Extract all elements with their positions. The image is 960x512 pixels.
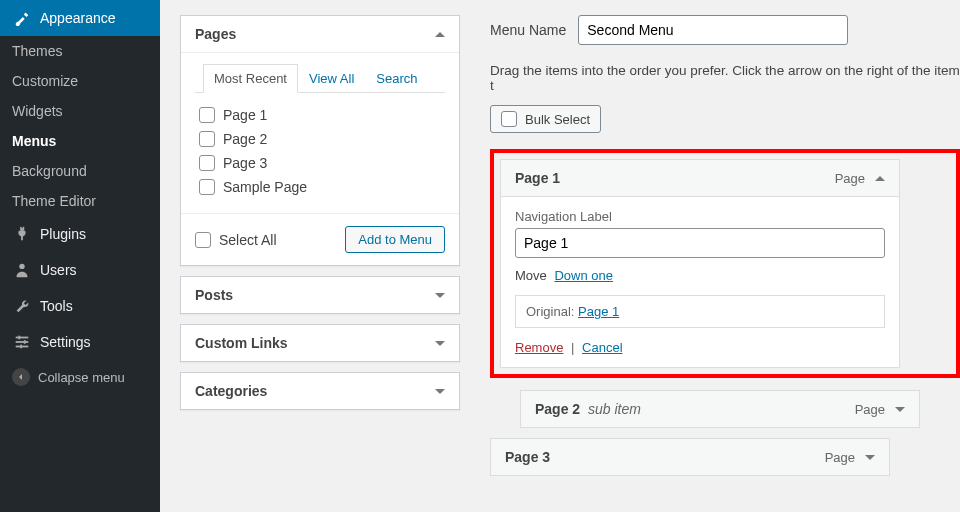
- menu-item-bar[interactable]: Page 2 sub item Page: [521, 391, 919, 427]
- custom-links-toggle[interactable]: Custom Links: [181, 325, 459, 361]
- remove-link[interactable]: Remove: [515, 340, 563, 355]
- page-label: Sample Page: [223, 179, 307, 195]
- menu-item-type: Page: [835, 171, 865, 186]
- nav-label-input[interactable]: [515, 228, 885, 258]
- menu-item-meta: Page: [825, 450, 875, 465]
- sidebar-label: Plugins: [40, 226, 86, 242]
- move-down-link[interactable]: Down one: [554, 268, 613, 283]
- chevron-up-icon: [435, 32, 445, 37]
- posts-metabox: Posts: [180, 276, 460, 314]
- sliders-icon: [12, 332, 32, 352]
- page-check-item[interactable]: Sample Page: [199, 175, 441, 199]
- svg-rect-0: [20, 227, 21, 231]
- page-check-item[interactable]: Page 1: [199, 103, 441, 127]
- menu-name-input[interactable]: [578, 15, 848, 45]
- sidebar-sub-customize[interactable]: Customize: [0, 66, 160, 96]
- checkbox[interactable]: [199, 131, 215, 147]
- page-check-item[interactable]: Page 3: [199, 151, 441, 175]
- plug-icon: [12, 224, 32, 244]
- original-box: Original: Page 1: [515, 295, 885, 328]
- collapse-label: Collapse menu: [38, 370, 125, 385]
- item-actions: Remove | Cancel: [515, 340, 885, 355]
- wrench-icon: [12, 296, 32, 316]
- sidebar-item-settings[interactable]: Settings: [0, 324, 160, 360]
- menu-item: Page 3 Page: [490, 438, 890, 476]
- pages-metabox-toggle[interactable]: Pages: [181, 16, 459, 53]
- page-check-item[interactable]: Page 2: [199, 127, 441, 151]
- nav-label-label: Navigation Label: [515, 209, 885, 224]
- bulk-select-button[interactable]: Bulk Select: [490, 105, 601, 133]
- chevron-down-icon: [435, 293, 445, 298]
- menu-item-subtext: sub item: [588, 401, 641, 417]
- menu-item-title-text: Page 2: [535, 401, 580, 417]
- pages-metabox: Pages Most Recent View All Search Page 1…: [180, 15, 460, 266]
- sidebar-sub-themes[interactable]: Themes: [0, 36, 160, 66]
- pages-checklist: Page 1 Page 2 Page 3 Sample Page: [195, 93, 445, 203]
- custom-links-metabox: Custom Links: [180, 324, 460, 362]
- chevron-down-icon: [435, 341, 445, 346]
- checkbox[interactable]: [199, 107, 215, 123]
- menu-item-settings: Navigation Label Move Down one Original:…: [501, 196, 899, 367]
- menu-item-title: Page 1: [515, 170, 560, 186]
- separator: |: [571, 340, 574, 355]
- sidebar-label: Appearance: [40, 10, 116, 26]
- instructions-text: Drag the items into the order you prefer…: [490, 63, 960, 93]
- svg-rect-4: [16, 341, 29, 343]
- select-all[interactable]: Select All: [195, 232, 277, 248]
- cancel-link[interactable]: Cancel: [582, 340, 622, 355]
- chevron-down-icon: [865, 455, 875, 460]
- sidebar-sub-background[interactable]: Background: [0, 156, 160, 186]
- sidebar-item-users[interactable]: Users: [0, 252, 160, 288]
- tab-search[interactable]: Search: [365, 64, 428, 93]
- original-label: Original:: [526, 304, 574, 319]
- checkbox[interactable]: [199, 179, 215, 195]
- page-label: Page 3: [223, 155, 267, 171]
- sidebar-sub-theme-editor[interactable]: Theme Editor: [0, 186, 160, 216]
- menu-edit-column: Menu Name Drag the items into the order …: [460, 0, 960, 512]
- chevron-down-icon: [435, 389, 445, 394]
- page-label: Page 2: [223, 131, 267, 147]
- menu-item-title: Page 2 sub item: [535, 401, 641, 417]
- svg-rect-8: [20, 345, 22, 349]
- add-to-menu-button[interactable]: Add to Menu: [345, 226, 445, 253]
- nav-label-field: Navigation Label: [515, 209, 885, 258]
- highlight-frame: Page 1 Page Navigation Label Move: [490, 149, 960, 378]
- categories-title: Categories: [195, 383, 267, 399]
- posts-toggle[interactable]: Posts: [181, 277, 459, 313]
- svg-rect-6: [18, 336, 20, 340]
- sidebar-sub-menus[interactable]: Menus: [0, 126, 160, 156]
- sidebar-sub-widgets[interactable]: Widgets: [0, 96, 160, 126]
- menu-item-title: Page 3: [505, 449, 550, 465]
- menu-item: Page 2 sub item Page: [520, 390, 920, 428]
- menu-item-bar[interactable]: Page 3 Page: [491, 439, 889, 475]
- page-label: Page 1: [223, 107, 267, 123]
- move-label: Move: [515, 268, 547, 283]
- custom-links-title: Custom Links: [195, 335, 288, 351]
- chevron-up-icon: [875, 176, 885, 181]
- svg-rect-7: [24, 340, 26, 344]
- user-icon: [12, 260, 32, 280]
- tab-most-recent[interactable]: Most Recent: [203, 64, 298, 93]
- sidebar-item-tools[interactable]: Tools: [0, 288, 160, 324]
- main-content: Pages Most Recent View All Search Page 1…: [160, 0, 960, 512]
- original-link[interactable]: Page 1: [578, 304, 619, 319]
- pages-actions: Select All Add to Menu: [181, 213, 459, 265]
- categories-toggle[interactable]: Categories: [181, 373, 459, 409]
- select-all-label: Select All: [219, 232, 277, 248]
- collapse-icon: [12, 368, 30, 386]
- tab-view-all[interactable]: View All: [298, 64, 365, 93]
- bulk-select-checkbox[interactable]: [501, 111, 517, 127]
- sidebar-label: Users: [40, 262, 77, 278]
- svg-point-2: [19, 264, 24, 269]
- menu-item: Page 1 Page Navigation Label Move: [500, 159, 900, 368]
- sidebar-item-plugins[interactable]: Plugins: [0, 216, 160, 252]
- checkbox[interactable]: [199, 155, 215, 171]
- svg-rect-3: [16, 337, 29, 339]
- menu-item-bar[interactable]: Page 1 Page: [501, 160, 899, 196]
- menu-item-meta: Page: [855, 402, 905, 417]
- sidebar-item-appearance[interactable]: Appearance: [0, 0, 160, 36]
- pages-title: Pages: [195, 26, 236, 42]
- brush-icon: [12, 8, 32, 28]
- select-all-checkbox[interactable]: [195, 232, 211, 248]
- collapse-menu-button[interactable]: Collapse menu: [0, 360, 160, 394]
